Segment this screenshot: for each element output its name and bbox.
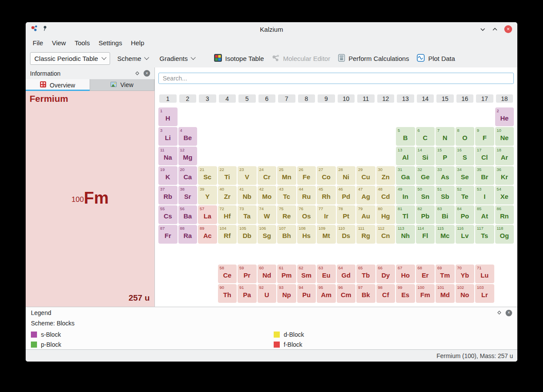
element-No[interactable]: 102No (456, 284, 475, 303)
element-Re[interactable]: 75Re (277, 205, 296, 224)
element-In[interactable]: 49In (396, 186, 415, 204)
element-Tl[interactable]: 81Tl (396, 205, 415, 224)
element-Sn[interactable]: 50Sn (416, 186, 435, 204)
element-Ti[interactable]: 22Ti (218, 166, 237, 185)
perform-calculations-button[interactable]: Perform Calculations (335, 52, 412, 65)
element-Mt[interactable]: 109Mt (317, 225, 336, 244)
element-Fr[interactable]: 87Fr (158, 225, 178, 244)
element-Hg[interactable]: 80Hg (376, 205, 396, 224)
element-Li[interactable]: 3Li (158, 127, 178, 146)
element-Os[interactable]: 76Os (297, 205, 316, 224)
element-Gd[interactable]: 64Gd (337, 265, 356, 283)
menu-view[interactable]: View (47, 37, 70, 48)
element-Ge[interactable]: 32Ge (416, 166, 435, 185)
pin-icon[interactable] (42, 25, 47, 33)
element-Cd[interactable]: 48Cd (376, 186, 396, 204)
element-S[interactable]: 16S (456, 147, 475, 165)
element-Tc[interactable]: 43Tc (277, 186, 296, 204)
element-As[interactable]: 33As (436, 166, 455, 185)
element-Cn[interactable]: 112Cn (376, 225, 396, 244)
element-Bk[interactable]: 97Bk (356, 284, 375, 303)
element-Ds[interactable]: 110Ds (337, 225, 356, 244)
element-Fe[interactable]: 26Fe (297, 166, 316, 185)
element-Sb[interactable]: 51Sb (436, 186, 455, 204)
element-Al[interactable]: 13Al (396, 147, 415, 165)
element-Tb[interactable]: 65Tb (356, 265, 375, 283)
tab-overview[interactable]: Overview (26, 79, 90, 91)
element-Fl[interactable]: 114Fl (416, 225, 435, 244)
element-Zn[interactable]: 30Zn (376, 166, 396, 185)
element-Nb[interactable]: 41Nb (238, 186, 257, 204)
menu-settings[interactable]: Settings (94, 37, 126, 48)
element-F[interactable]: 9F (475, 127, 494, 146)
element-K[interactable]: 19K (158, 166, 178, 185)
element-Er[interactable]: 68Er (416, 265, 435, 283)
menu-help[interactable]: Help (127, 37, 149, 48)
element-Lu[interactable]: 71Lu (475, 265, 494, 283)
element-Ni[interactable]: 28Ni (337, 166, 356, 185)
close-dock-icon[interactable]: × (144, 70, 150, 77)
element-Th[interactable]: 90Th (218, 284, 237, 303)
element-I[interactable]: 53I (475, 186, 494, 204)
element-Hf[interactable]: 72Hf (218, 205, 237, 224)
element-Ga[interactable]: 31Ga (396, 166, 415, 185)
gradients-dropdown[interactable]: Gradients (155, 52, 199, 65)
element-Ca[interactable]: 20Ca (178, 166, 198, 185)
element-N[interactable]: 7N (436, 127, 455, 146)
element-Lr[interactable]: 103Lr (475, 284, 494, 303)
element-Y[interactable]: 39Y (198, 186, 217, 204)
element-Cm[interactable]: 96Cm (337, 284, 356, 303)
element-Tm[interactable]: 69Tm (436, 265, 455, 283)
titlebar[interactable]: Kalzium × (26, 22, 517, 36)
element-Cl[interactable]: 17Cl (475, 147, 494, 165)
element-Ra[interactable]: 88Ra (178, 225, 198, 244)
element-Lv[interactable]: 116Lv (456, 225, 475, 244)
tab-view[interactable]: View (90, 79, 154, 91)
element-Hs[interactable]: 108Hs (297, 225, 316, 244)
scheme-dropdown[interactable]: Scheme (113, 52, 152, 65)
element-U[interactable]: 92U (258, 284, 277, 303)
element-Pu[interactable]: 94Pu (297, 284, 316, 303)
table-type-select[interactable]: Classic Periodic Table (30, 52, 110, 65)
element-Bh[interactable]: 107Bh (277, 225, 296, 244)
minimize-button[interactable] (480, 25, 486, 33)
element-H[interactable]: 1H (158, 107, 178, 126)
element-Ru[interactable]: 44Ru (297, 186, 316, 204)
element-Ar[interactable]: 18Ar (495, 147, 514, 165)
element-Rb[interactable]: 37Rb (158, 186, 178, 204)
float-dock-icon[interactable] (497, 309, 502, 316)
element-P[interactable]: 15P (436, 147, 455, 165)
element-Rg[interactable]: 111Rg (356, 225, 375, 244)
element-O[interactable]: 8O (456, 127, 475, 146)
element-Br[interactable]: 35Br (475, 166, 494, 185)
element-At[interactable]: 85At (475, 205, 494, 224)
menu-tools[interactable]: Tools (70, 37, 94, 48)
element-Sm[interactable]: 62Sm (297, 265, 316, 283)
element-Mc[interactable]: 115Mc (436, 225, 455, 244)
element-Xe[interactable]: 54Xe (495, 186, 514, 204)
element-Zr[interactable]: 40Zr (218, 186, 237, 204)
element-Ho[interactable]: 67Ho (396, 265, 415, 283)
element-Es[interactable]: 99Es (396, 284, 415, 303)
element-Ir[interactable]: 77Ir (317, 205, 336, 224)
maximize-button[interactable] (492, 25, 498, 33)
search-input[interactable] (158, 73, 514, 84)
plot-data-button[interactable]: Plot Data (414, 52, 458, 65)
element-He[interactable]: 2He (495, 107, 514, 126)
element-W[interactable]: 74W (258, 205, 277, 224)
element-Cr[interactable]: 24Cr (258, 166, 277, 185)
element-Db[interactable]: 105Db (238, 225, 257, 244)
element-Sc[interactable]: 21Sc (198, 166, 217, 185)
element-Ba[interactable]: 56Ba (178, 205, 198, 224)
element-Mg[interactable]: 12Mg (178, 147, 198, 165)
element-Nh[interactable]: 113Nh (396, 225, 415, 244)
element-Bi[interactable]: 83Bi (436, 205, 455, 224)
element-Te[interactable]: 52Te (456, 186, 475, 204)
element-Dy[interactable]: 66Dy (376, 265, 396, 283)
element-Mn[interactable]: 25Mn (277, 166, 296, 185)
element-Mo[interactable]: 42Mo (258, 186, 277, 204)
element-Pd[interactable]: 46Pd (337, 186, 356, 204)
close-button[interactable]: × (504, 25, 512, 33)
element-Ac[interactable]: 89Ac (198, 225, 217, 244)
element-Nd[interactable]: 60Nd (258, 265, 277, 283)
